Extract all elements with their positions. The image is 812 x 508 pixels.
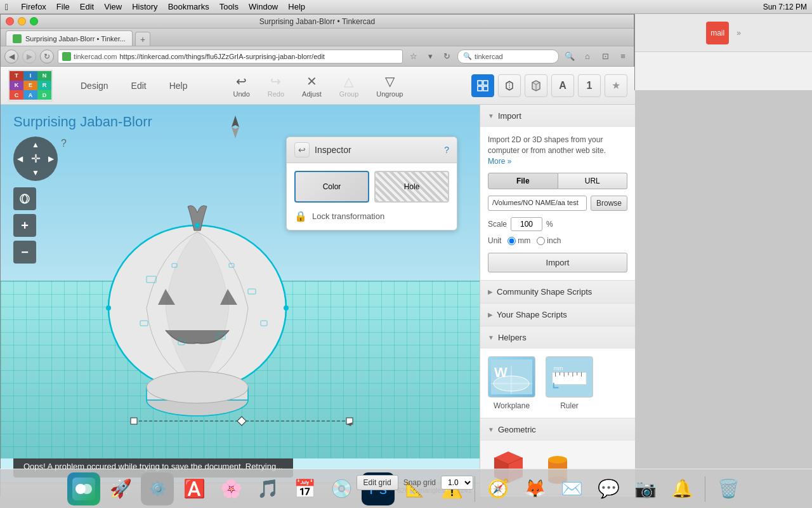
import-section-header[interactable]: ▼ Import <box>480 105 635 127</box>
zoom-in-button[interactable]: + <box>13 214 36 237</box>
view-number-button[interactable]: 1 <box>578 74 601 97</box>
view-3d-button[interactable] <box>525 74 547 97</box>
import-tab-group: File URL <box>488 173 627 189</box>
menu-view[interactable]: View <box>104 2 122 11</box>
zoom-controls: + − <box>13 214 58 264</box>
apple-menu[interactable]:  <box>5 2 8 12</box>
zoom-out-button[interactable]: − <box>13 241 36 264</box>
search-magnify-icon[interactable]: 🔍 <box>563 50 577 64</box>
pumpkin-object[interactable] <box>89 181 305 435</box>
sidebar-toggle-icon[interactable]: ≡ <box>616 50 630 64</box>
orbit-control[interactable] <box>13 187 36 210</box>
browser-tab-active[interactable]: Surprising Jaban-Blorr • Tinker... <box>6 30 133 46</box>
svg-rect-32 <box>237 417 246 425</box>
unit-mm-option[interactable]: mm <box>508 236 530 245</box>
new-tab-button[interactable]: + <box>135 32 150 46</box>
snap-select[interactable]: 1.0 <box>441 476 473 490</box>
group-button[interactable]: △ Group <box>332 71 367 100</box>
browse-button[interactable]: Browse <box>591 196 627 211</box>
url-tab[interactable]: URL <box>558 173 628 189</box>
dock-appstore[interactable]: 🅰️ <box>178 472 211 505</box>
refresh-icon[interactable]: ↻ <box>440 50 454 64</box>
menu-window[interactable]: Window <box>249 2 278 11</box>
tinkercad-logo[interactable]: T I N K E R C A D <box>8 70 53 102</box>
menu-file[interactable]: File <box>56 2 70 11</box>
scale-input[interactable] <box>511 217 542 231</box>
dock-finder[interactable] <box>67 472 100 505</box>
geometric-section-header[interactable]: ▼ Geometric <box>480 418 635 441</box>
inspector-help-button[interactable]: ? <box>444 145 449 155</box>
menu-bookmarks[interactable]: Bookmarks <box>168 2 209 11</box>
view-letter-button[interactable]: A <box>551 74 574 97</box>
ruler-helper[interactable]: mm <box>546 356 593 410</box>
import-path-field[interactable]: /Volumes/NO NAME/aa test <box>488 196 587 211</box>
unit-inch-option[interactable]: inch <box>537 236 561 245</box>
dock-messages[interactable]: 💬 <box>592 472 625 505</box>
address-field[interactable]: tinkercad.com https://tinkercad.com/thin… <box>58 50 403 64</box>
dock-calendar[interactable]: 📅 <box>288 472 321 505</box>
edit-grid-button[interactable]: Edit grid <box>357 475 398 490</box>
ungroup-button[interactable]: ▽ Ungroup <box>369 71 410 100</box>
nav-edit[interactable]: Edit <box>121 77 157 95</box>
unit-inch-radio[interactable] <box>537 237 545 245</box>
nav-design[interactable]: Design <box>70 77 119 95</box>
pan-control[interactable]: ▲ ▼ ◀ ▶ ✛ <box>13 137 58 181</box>
view-grid-button[interactable] <box>471 74 494 97</box>
menu-firefox[interactable]: Firefox <box>21 2 46 11</box>
redo-button[interactable]: ↪ Redo <box>260 71 292 100</box>
ungroup-icon: ▽ <box>385 74 395 89</box>
bookmark-down-icon[interactable]: ▾ <box>423 50 437 64</box>
maximize-button[interactable] <box>30 17 38 25</box>
inspector-undo-button[interactable]: ↩ <box>294 142 310 157</box>
nav-help[interactable]: Help <box>159 77 198 95</box>
bookmark-icon[interactable]: ☆ <box>407 50 421 64</box>
dock-facetime[interactable]: 📷 <box>629 472 662 505</box>
community-scripts-header[interactable]: ▶ Community Shape Scripts <box>480 281 635 303</box>
adjust-button[interactable]: ✕ Adjust <box>294 71 329 100</box>
home-icon[interactable]: ⌂ <box>580 50 594 64</box>
hole-button[interactable]: Hole <box>374 171 449 203</box>
helpers-section-header[interactable]: ▼ Helpers <box>480 326 635 349</box>
color-button[interactable]: Color <box>294 171 369 203</box>
file-tab[interactable]: File <box>488 173 558 189</box>
canvas-area[interactable]: Surprising Jaban-Blorr ▲ ▼ ◀ ▶ ✛ <box>1 105 480 497</box>
url-display: https://tinkercad.com/things/flu6JZzGrIA… <box>119 53 324 60</box>
dock-mail[interactable]: ✉️ <box>555 472 588 505</box>
import-more-link[interactable]: More » <box>488 157 511 166</box>
view-cube-button[interactable] <box>498 74 521 97</box>
undo-button[interactable]: ↩ Undo <box>226 71 258 100</box>
menu-history[interactable]: History <box>132 2 157 11</box>
ungroup-label: Ungroup <box>376 90 403 98</box>
dock-trash[interactable]: 🗑️ <box>712 472 745 505</box>
time-display: Sun 7:12 PM <box>763 3 807 11</box>
dock-preferences[interactable]: ⚙️ <box>141 472 174 505</box>
close-button[interactable] <box>6 17 14 25</box>
search-field[interactable]: 🔍 tinkercad <box>457 50 559 64</box>
dock-safari[interactable]: 🧭 <box>481 472 514 505</box>
reload-button[interactable]: ↻ <box>40 50 54 64</box>
fullscreen-icon[interactable]: ⊡ <box>598 50 612 64</box>
dock-itunes[interactable]: 🎵 <box>251 472 284 505</box>
import-title: Import <box>498 111 521 121</box>
forward-button[interactable]: ▶ <box>22 50 36 64</box>
menu-tools[interactable]: Tools <box>219 2 239 11</box>
menu-help[interactable]: Help <box>288 2 305 11</box>
unit-mm-radio[interactable] <box>508 237 516 245</box>
cube-3d-icon <box>530 79 542 92</box>
back-button[interactable]: ◀ <box>4 50 18 64</box>
your-scripts-header[interactable]: ▶ Your Shape Scripts <box>480 304 635 326</box>
dock-firefox[interactable]: 🦊 <box>518 472 551 505</box>
workplane-helper[interactable]: W Workplane <box>488 356 535 410</box>
dock-launchpad[interactable]: 🚀 <box>104 472 137 505</box>
group-icon: △ <box>344 74 353 89</box>
minimize-button[interactable] <box>18 17 26 25</box>
help-icon[interactable]: ? <box>61 138 67 149</box>
dock-reminders[interactable]: 🔔 <box>665 472 698 505</box>
import-button[interactable]: Import <box>488 253 627 272</box>
gmail-icon[interactable]: mail <box>706 22 729 44</box>
dock-dvd[interactable]: 💿 <box>325 472 358 505</box>
dock-photos[interactable]: 🌸 <box>214 472 247 505</box>
menu-edit[interactable]: Edit <box>80 2 94 11</box>
logo-c: C <box>10 90 23 100</box>
favorites-button[interactable]: ★ <box>605 74 627 97</box>
